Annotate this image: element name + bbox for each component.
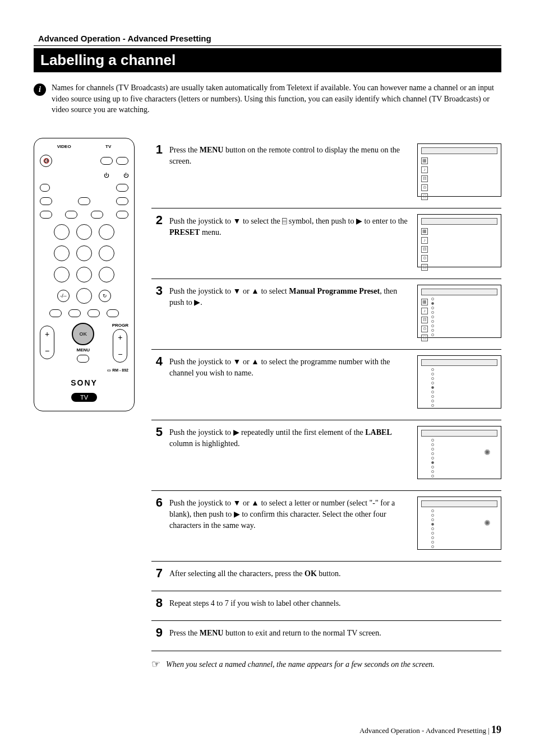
step-text: Push the joystick to ▼ or ▲ to select Ma… [169,285,411,309]
step-number: 6 [151,497,163,509]
color-btn-4 [107,309,119,317]
title-bar: Labelling a channel [34,48,501,72]
page-footer: Advanced Operation - Advanced Presetting… [359,724,501,736]
dash-button: -/-- [57,290,70,302]
num-1 [54,224,70,240]
oval-btn-1 [40,184,50,192]
oval-btn-8 [91,211,103,219]
tv-screen-preview: ▦♪⊟⊙⌸ [417,143,501,197]
page-title: Labelling a channel [40,52,495,69]
step-4: 4Push the joystick to ▼ or ▲ to select t… [151,349,501,420]
tv-screen-preview [417,355,501,409]
num-4 [54,245,70,261]
menu-label: MENU [77,347,90,353]
step-number: 4 [151,355,163,368]
oval-btn-6 [40,211,52,219]
note-text: When you select a named channel, the nam… [166,659,435,670]
step-5: 5Push the joystick to ▶ repeatedly until… [151,420,501,490]
program-rocker: +− [113,329,127,363]
step-text: Repeat steps 4 to 7 if you wish to label… [169,597,501,609]
hand-icon: ☞ [151,659,160,670]
step-1: 1Press the MENU button on the remote con… [151,138,501,208]
step-number: 3 [151,285,163,297]
color-btn-1 [49,309,62,317]
tv-badge: TV [71,393,97,402]
step-text: Push the joystick to ▼ or ▲ to select th… [169,355,411,379]
num-6 [99,245,114,261]
oval-btn-5 [116,197,128,205]
step-7: 7After selecting all the characters, pre… [151,561,501,591]
breadcrumb: Advanced Operation - Advanced Presetting [34,34,501,43]
tv-screen-preview: ▦♪⊟⊙⌸ [417,285,501,338]
step-number: 2 [151,214,163,226]
num-2 [76,224,92,240]
tv-screen-preview: ▦♪⊟⊙⌸ [417,214,501,267]
tv-power-button [116,157,128,165]
step-2: 2Push the joystick to ▼ to select the ⌸ … [151,208,501,279]
video-power-button [100,157,113,165]
oval-btn-9 [116,211,128,219]
steps-list: 1Press the MENU button on the remote con… [151,138,501,678]
ok-joystick: OK [72,323,94,345]
step-text: Push the joystick to ▼ to select the ⌸ s… [169,214,411,239]
power-label-left: ⏻ [104,173,109,178]
step-number: 7 [151,567,163,579]
note: ☞When you select a named channel, the na… [151,651,501,678]
oval-btn-7 [65,211,77,219]
num-3 [99,224,114,240]
step-text: Press the MENU button to exit and return… [169,627,501,639]
num-7 [54,267,70,282]
step-9: 9Press the MENU button to exit and retur… [151,620,501,650]
volume-rocker: +− [40,326,54,359]
step-8: 8Repeat steps 4 to 7 if you wish to labe… [151,591,501,620]
step-text: Press the MENU button on the remote cont… [169,143,411,168]
remote-control-illustration: VIDEO TV 🔇 ⏻ ⏻ [34,138,135,411]
model-label: ▭ RM - 892 [107,368,128,373]
oval-btn-3 [40,197,52,205]
oval-btn-2 [116,184,128,192]
info-icon: i [34,84,46,96]
num-0 [76,288,92,304]
step-3: 3Push the joystick to ▼ or ▲ to select M… [151,279,501,349]
color-btn-3 [87,309,100,317]
step-number: 5 [151,426,163,438]
step-text: Push the joystick to ▼ or ▲ to select a … [169,497,411,532]
progr-label: PROGR [112,323,128,328]
num-8 [76,267,92,282]
oval-btn-4 [78,197,90,205]
mute-icon: 🔇 [40,155,52,167]
label-video: VIDEO [57,144,71,149]
label-tv: TV [105,144,111,149]
step-number: 8 [151,597,163,609]
cycle-icon: ↻ [99,290,111,302]
tv-screen-preview: ✺ [417,497,501,550]
brand-logo: SONY [71,378,98,387]
step-number: 9 [151,627,163,639]
color-btn-2 [68,309,81,317]
menu-button [77,355,89,363]
intro-text: Names for channels (TV Broadcasts) are u… [52,82,501,115]
step-text: Push the joystick to ▶ repeatedly until … [169,426,411,450]
num-9 [99,267,114,282]
power-label-right: ⏻ [123,173,128,178]
step-number: 1 [151,143,163,156]
step-text: After selecting all the characters, pres… [169,567,501,579]
step-6: 6Push the joystick to ▼ or ▲ to select a… [151,490,501,561]
tv-screen-preview: ✺ [417,426,501,479]
num-5 [76,245,92,261]
